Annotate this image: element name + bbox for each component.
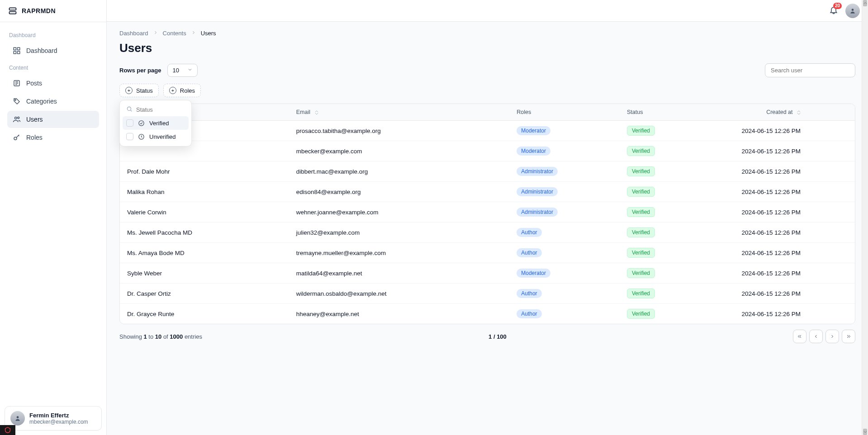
status-badge: Verified <box>627 207 655 217</box>
page-indicator: 1 / 100 <box>489 333 507 340</box>
status-badge: Verified <box>627 227 655 237</box>
status-badge: Verified <box>627 248 655 258</box>
cell-email: wilderman.osbaldo@example.net <box>289 284 510 304</box>
tag-icon <box>13 97 21 105</box>
role-badge: Administrator <box>517 187 558 196</box>
svg-point-12 <box>852 9 854 11</box>
cell-role: Moderator <box>509 121 620 141</box>
filter-row: + Status Verified <box>119 84 855 97</box>
page-title: Users <box>119 41 855 55</box>
svg-point-8 <box>15 117 17 119</box>
notifications-button[interactable]: 20 <box>829 5 838 16</box>
plus-circle-icon: + <box>125 87 133 94</box>
filter-roles-label: Roles <box>180 87 195 94</box>
role-badge: Moderator <box>517 269 550 278</box>
sidebar-item-label: Posts <box>26 80 42 87</box>
cell-role: Author <box>509 304 620 324</box>
breadcrumb-contents[interactable]: Contents <box>163 30 186 37</box>
table-row[interactable]: mbecker@example.comModeratorVerified2024… <box>120 141 855 161</box>
nav-heading-content: Content <box>5 60 102 74</box>
scrollbar[interactable] <box>862 0 868 435</box>
sidebar-item-roles[interactable]: Roles <box>7 129 99 146</box>
status-option-unverified[interactable]: Unverified <box>123 130 189 143</box>
pager-last[interactable] <box>842 330 855 343</box>
status-badge: Verified <box>627 309 655 319</box>
table-row[interactable]: Valerie Corwinwehner.joanne@example.comA… <box>120 202 855 222</box>
pager-first[interactable] <box>793 330 806 343</box>
sidebar-item-categories[interactable]: Categories <box>7 93 99 110</box>
svg-rect-4 <box>14 52 16 54</box>
table-row[interactable]: Ms. Amaya Bode MDtremayne.mueller@exampl… <box>120 243 855 263</box>
cell-email: wehner.joanne@example.com <box>289 202 510 222</box>
table-row[interactable]: Ms. Jewell Pacocha MDjulien32@example.co… <box>120 222 855 243</box>
brand-name: RAPRMDN <box>22 7 56 14</box>
cell-email: mbecker@example.com <box>289 141 510 161</box>
cell-name: Valerie Corwin <box>120 202 289 222</box>
status-badge: Verified <box>627 126 655 136</box>
svg-point-11 <box>17 416 19 418</box>
cell-name: Dr. Casper Ortiz <box>120 284 289 304</box>
toolbar: Rows per page 10 <box>119 63 855 77</box>
scroll-up-icon[interactable] <box>863 0 867 6</box>
dev-badge[interactable] <box>0 425 15 435</box>
cell-email: prosacco.tabitha@example.org <box>289 121 510 141</box>
key-icon <box>13 133 21 142</box>
pager-next[interactable] <box>825 330 839 343</box>
cell-role: Moderator <box>509 141 620 161</box>
breadcrumb-dashboard[interactable]: Dashboard <box>119 30 148 37</box>
status-filter-popover: Verified Unverified <box>119 100 192 147</box>
svg-rect-1 <box>9 12 16 14</box>
sort-icon <box>315 110 318 115</box>
table-row[interactable]: Dr. Grayce Runtehheaney@example.netAutho… <box>120 304 855 324</box>
table-row[interactable]: Malika Rohanedison84@example.orgAdminist… <box>120 182 855 202</box>
role-badge: Author <box>517 309 541 318</box>
content: Dashboard Contents Users Users Rows per … <box>107 22 868 351</box>
cell-email: julien32@example.com <box>289 222 510 243</box>
brand-icon <box>8 6 17 15</box>
status-option-verified[interactable]: Verified <box>123 116 189 130</box>
nav: Dashboard Dashboard Content Posts Catego… <box>0 22 106 402</box>
showing-text: Showing 1 to 10 of 1000 entries <box>119 333 202 340</box>
svg-rect-0 <box>9 8 16 10</box>
cell-email: dibbert.mac@example.org <box>289 161 510 182</box>
pager-prev[interactable] <box>809 330 823 343</box>
cell-created-at: 2024-06-15 12:26 PM <box>693 243 855 263</box>
cell-created-at: 2024-06-15 12:26 PM <box>693 182 855 202</box>
status-badge: Verified <box>627 187 655 197</box>
breadcrumb: Dashboard Contents Users <box>119 30 855 37</box>
table-row[interactable]: Syble Webermatilda64@example.netModerato… <box>120 263 855 284</box>
role-badge: Author <box>517 289 541 298</box>
brand-logo[interactable]: RAPRMDN <box>0 0 106 22</box>
cell-email: edison84@example.org <box>289 182 510 202</box>
rows-per-page-select[interactable]: 10 <box>167 64 197 77</box>
table-row[interactable]: Dr. Casper Ortizwilderman.osbaldo@exampl… <box>120 284 855 304</box>
user-name: Fermin Effertz <box>29 412 88 419</box>
cell-email: hheaney@example.net <box>289 304 510 324</box>
rows-per-page-label: Rows per page <box>119 67 161 74</box>
nav-heading-dashboard: Dashboard <box>5 28 102 41</box>
user-card[interactable]: Fermin Effertz mbecker@example.com <box>5 406 102 430</box>
checkbox-icon <box>126 133 133 140</box>
col-created-at[interactable]: Created at <box>693 104 855 121</box>
plus-circle-icon: + <box>169 87 176 94</box>
pager <box>793 330 855 343</box>
sidebar-item-dashboard[interactable]: Dashboard <box>7 42 99 59</box>
status-filter-search[interactable] <box>136 106 185 113</box>
sidebar-item-users[interactable]: Users <box>7 111 99 128</box>
status-option-label: Unverified <box>149 133 176 140</box>
check-circle-icon <box>138 120 145 127</box>
cell-status: Verified <box>620 182 693 202</box>
table-row[interactable]: Prof. Dale Mohrdibbert.mac@example.orgAd… <box>120 161 855 182</box>
sidebar-item-posts[interactable]: Posts <box>7 75 99 92</box>
scroll-down-icon[interactable] <box>863 429 867 435</box>
topbar: 20 <box>107 0 868 22</box>
table-row[interactable]: prosacco.tabitha@example.orgModeratorVer… <box>120 121 855 141</box>
filter-status-chip[interactable]: + Status <box>119 84 159 97</box>
filter-roles-chip[interactable]: + Roles <box>163 84 201 97</box>
col-email[interactable]: Email <box>289 104 510 121</box>
cell-status: Verified <box>620 121 693 141</box>
cell-name: Malika Rohan <box>120 182 289 202</box>
svg-point-7 <box>15 99 16 100</box>
profile-avatar[interactable] <box>845 4 860 18</box>
search-input[interactable] <box>765 63 855 77</box>
